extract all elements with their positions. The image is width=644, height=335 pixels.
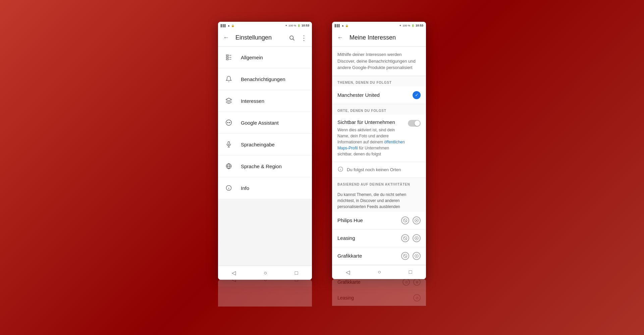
nav-bar-2: ◁ ○ □ <box>332 265 426 279</box>
wifi-icon-2: ▲ <box>341 24 344 27</box>
settings-item-google-assistant[interactable]: Google Assistant <box>218 112 312 134</box>
app-bar-1: ← Einstellungen ⋮ <box>218 29 312 47</box>
interessen-icon <box>223 95 234 106</box>
sichtbar-title: Sichtbar für Unternehmen <box>337 119 405 125</box>
orte-section-header: ORTE, DENEN DU FOLGST <box>332 104 426 115</box>
google-assistant-icon <box>223 117 234 128</box>
phone2-reflection: ◁ ○ □ Grafikkarte ⊘ ⊕ Leasing <box>332 279 426 306</box>
lock-icon: 🔒 <box>231 24 234 27</box>
page-title-1: Einstellungen <box>235 34 288 41</box>
nav-recent-1[interactable]: □ <box>295 270 298 276</box>
bell-icon <box>223 74 234 84</box>
allgemein-label: Allgemein <box>241 55 263 60</box>
aktivitaeten-section-header: BASIEREND AUF DEINEN AKTIVITÄTEN <box>332 178 426 188</box>
philips-hue-label: Philips Hue <box>337 217 401 223</box>
philips-hue-item[interactable]: Philips Hue <box>332 212 426 229</box>
svg-rect-3 <box>226 57 229 58</box>
phone-interessen: ▌▌▌ ▲ 🔒 ✶ 100 % 🔋 10:53 ← Meine Interess… <box>332 22 426 279</box>
sichtbar-block: Sichtbar für Unternehmen Wenn dies aktiv… <box>332 115 426 162</box>
manchester-united-item[interactable]: Manchester United ✓ <box>332 86 426 104</box>
svg-point-0 <box>290 36 293 40</box>
status-bar-1: ▌▌▌ ▲ 🔒 ✶ 100 % 🔋 10:53 <box>218 22 312 29</box>
bluetooth-icon: ✶ <box>285 24 287 27</box>
interessen-label: Interessen <box>241 98 264 104</box>
status-bar-2: ▌▌▌ ▲ 🔒 ✶ 100 % 🔋 10:53 <box>332 22 426 29</box>
signal-icon: ▌▌▌ <box>221 24 226 27</box>
battery-icon: 🔋 <box>297 24 301 27</box>
svg-line-27 <box>404 237 407 239</box>
time-2: 10:53 <box>416 24 423 27</box>
app-bar-2: ← Meine Interessen <box>332 29 426 47</box>
toggle-knob <box>415 121 420 126</box>
no-places-icon <box>337 166 343 174</box>
signal-icon-2: ▌▌▌ <box>335 24 340 27</box>
page-title-2: Meine Interessen <box>350 34 422 41</box>
phone1-reflection: ◁ ○ □ <box>218 280 312 307</box>
nav-back-2[interactable]: ◁ <box>346 269 350 275</box>
grafikkarte-block-icon[interactable] <box>401 252 409 260</box>
svg-point-10 <box>229 122 230 123</box>
grafikkarte-add-icon[interactable] <box>413 252 421 260</box>
wifi-icon: ▲ <box>227 24 230 27</box>
leasing-block-icon[interactable] <box>401 234 409 242</box>
mic-icon <box>223 139 234 150</box>
settings-item-sprache-region[interactable]: Sprache & Region <box>218 155 312 177</box>
leasing-item[interactable]: Leasing <box>332 229 426 247</box>
settings-item-info[interactable]: Info <box>218 177 312 199</box>
info-icon <box>223 183 234 193</box>
svg-rect-11 <box>228 142 230 145</box>
bluetooth-icon-2: ✶ <box>399 24 401 27</box>
spracheingabe-label: Spracheingabe <box>241 142 275 147</box>
time: 10:53 <box>302 24 309 27</box>
battery-icon-2: 🔋 <box>411 24 415 27</box>
more-button[interactable]: ⋮ <box>300 34 308 42</box>
nav-bar-1: ◁ ○ □ <box>218 266 312 280</box>
lock-icon-2: 🔒 <box>345 24 348 27</box>
benachrichtigungen-label: Benachrichtigungen <box>241 76 285 82</box>
svg-rect-2 <box>226 55 229 56</box>
svg-line-22 <box>404 219 407 221</box>
philips-hue-add-icon[interactable] <box>413 216 421 224</box>
no-places-text: Du folgst noch keinen Orten <box>347 167 401 172</box>
phone-einstellungen: ▌▌▌ ▲ 🔒 ✶ 100 % 🔋 10:53 ← Einstellungen <box>218 22 312 280</box>
nav-home-1[interactable]: ○ <box>264 270 267 276</box>
svg-rect-4 <box>226 59 229 60</box>
svg-line-32 <box>404 254 407 257</box>
activity-intro: Du kannst Themen, die du nicht sehen möc… <box>332 188 426 212</box>
globe-icon <box>223 161 234 172</box>
settings-item-interessen[interactable]: Interessen <box>218 90 312 112</box>
google-assistant-label: Google Assistant <box>241 120 279 126</box>
themen-section-header: THEMEN, DENEN DU FOLGST <box>332 76 426 86</box>
back-button-2[interactable]: ← <box>336 34 344 42</box>
nav-back-1[interactable]: ◁ <box>232 270 236 276</box>
battery-text: 100 % <box>288 24 296 27</box>
settings-item-benachrichtigungen[interactable]: Benachrichtigungen <box>218 68 312 90</box>
philips-hue-block-icon[interactable] <box>401 216 409 224</box>
no-places-item: Du folgst noch keinen Orten <box>332 162 426 178</box>
settings-item-spracheingabe[interactable]: Spracheingabe <box>218 134 312 155</box>
svg-line-1 <box>293 39 294 40</box>
settings-list: Allgemein Benachrichtigungen <box>218 47 312 199</box>
leasing-label: Leasing <box>337 235 401 241</box>
sichtbar-toggle[interactable] <box>408 120 421 127</box>
info-label: Info <box>241 185 249 191</box>
leasing-add-icon[interactable] <box>413 234 421 242</box>
battery-text-2: 100 % <box>402 24 410 27</box>
interests-intro: Mithilfe deiner Interessen werden Discov… <box>332 47 426 76</box>
search-button[interactable] <box>288 34 296 42</box>
svg-point-9 <box>227 122 228 123</box>
settings-item-allgemein[interactable]: Allgemein <box>218 47 312 68</box>
svg-point-8 <box>226 120 232 126</box>
nav-home-2[interactable]: ○ <box>378 269 381 275</box>
grafikkarte-label: Grafikkarte <box>337 253 401 259</box>
nav-recent-2[interactable]: □ <box>409 269 412 275</box>
sprache-region-label: Sprache & Region <box>241 163 282 169</box>
sichtbar-desc: Wenn dies aktiviert ist, sind dein Name,… <box>337 127 405 157</box>
empty-space-1 <box>218 199 312 266</box>
back-button-1[interactable]: ← <box>222 34 230 42</box>
manchester-united-label: Manchester United <box>337 92 413 98</box>
allgemein-icon <box>223 52 234 63</box>
manchester-united-check: ✓ <box>413 91 421 99</box>
grafikkarte-item[interactable]: Grafikkarte <box>332 247 426 265</box>
